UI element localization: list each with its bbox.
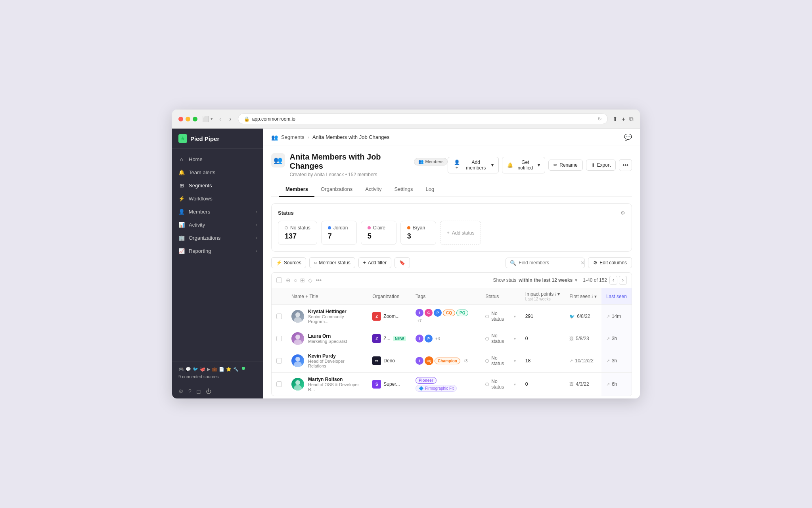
prev-page-button[interactable]: ‹ [609,276,617,285]
avatar[interactable] [291,332,304,345]
minus-circle-icon[interactable]: ⊖ [286,277,291,283]
status-card-claire[interactable]: Claire 5 [361,221,396,245]
settings-icon[interactable]: ⚙ [178,388,184,394]
add-members-button[interactable]: 👤+ Add members ▾ [448,157,498,173]
more-options-button[interactable]: ••• [619,159,632,171]
chat-icon[interactable]: 💬 [624,133,632,141]
back-button[interactable]: ‹ [218,115,223,123]
tab-settings[interactable]: Settings [388,182,419,197]
rename-button[interactable]: ✏ Rename [548,160,582,171]
name-column-header[interactable]: Name + Title [287,288,368,305]
help-icon[interactable]: ? [188,388,192,394]
minimize-button[interactable] [186,117,190,121]
get-notified-button[interactable]: 🔔 Get notified ▾ [502,157,546,173]
tab-activity[interactable]: Activity [359,182,388,197]
tab-members[interactable]: Members [279,182,314,197]
first-seen-column-header[interactable]: First seen ℹ ▾ [565,288,601,305]
add-filter-button[interactable]: + Add filter [358,257,391,268]
org-name[interactable]: Zoom... [383,314,400,319]
new-tab-icon[interactable]: + [622,115,625,122]
status-settings-icon[interactable]: ⚙ [620,210,625,216]
svg-point-0 [295,312,300,317]
org-name[interactable]: Super... [383,381,400,387]
add-status-button[interactable]: + Add status [440,221,481,245]
power-icon[interactable]: ⏻ [206,388,211,394]
status-dropdown-icon[interactable]: ▾ [514,382,516,387]
forward-button[interactable]: › [228,115,233,123]
org-name[interactable]: Z... [383,336,390,341]
status-dropdown-icon[interactable]: ▾ [514,359,516,363]
sidebar-logo[interactable]: Pied Piper [172,129,263,149]
member-name[interactable]: Laura Orn [308,333,347,339]
address-bar[interactable]: 🔒 app.commonroom.io ↻ [238,114,608,124]
segment-icon: 👥 [271,153,285,167]
status-column-header[interactable]: Status [481,288,521,305]
sidebar-item-segments[interactable]: ⊞ Segments [172,179,263,192]
member-status-filter[interactable]: ○ Member status [309,257,355,268]
tab-log[interactable]: Log [419,182,440,197]
tabs-icon[interactable]: ⧉ [629,115,634,123]
bookmark-filter[interactable]: 🔖 [395,257,410,268]
home-icon: ⌂ [178,156,185,162]
member-name[interactable]: Kevin Purdy [308,353,363,359]
circle-icon[interactable]: ○ [294,277,297,283]
row-checkbox[interactable] [276,336,282,341]
firmographic-label: Firmographic Fit [425,386,454,391]
tag-icon[interactable]: ◇ [308,277,312,283]
select-all-checkbox[interactable] [276,277,282,283]
clear-search-icon[interactable]: ✕ [580,260,585,266]
sidebar-item-workflows[interactable]: ⚡ Workflows [172,192,263,205]
more-icon[interactable]: ••• [316,277,322,283]
sidebar-item-activity[interactable]: 📊 Activity › [172,218,263,231]
member-name[interactable]: Martyn Rolfson [308,377,363,382]
impact-column-header[interactable]: Impact points ℹ ▾ Last 12 weeks [521,288,565,305]
sidebar-toggle[interactable]: ⬜▾ [202,116,213,122]
member-status-label: Member status [319,260,350,266]
status-card-no-status[interactable]: No status 137 [278,221,317,245]
sources-filter[interactable]: ⚡ Sources [271,257,306,268]
maximize-button[interactable] [193,117,197,121]
sidebar-item-reporting[interactable]: 📈 Reporting › [172,244,263,258]
grid-small-icon[interactable]: ⊞ [300,277,305,283]
breadcrumb-parent[interactable]: Segments [281,134,304,140]
display-icon[interactable]: ◻ [196,388,201,394]
avatar[interactable] [291,354,304,367]
status-dropdown-icon[interactable]: ▾ [514,314,516,319]
sidebar-item-label: Activity [189,222,205,228]
export-button[interactable]: ⬆ Export [586,160,616,171]
row-checkbox[interactable] [276,358,282,364]
edit-columns-button[interactable]: ⚙ Edit columns [588,257,632,268]
status-section: Status ⚙ No status 137 [271,203,632,252]
share-icon[interactable]: ⬆ [613,115,618,123]
row-checkbox[interactable] [276,314,282,319]
org-name[interactable]: Deno [383,358,395,364]
circle-icon: ○ [314,260,317,266]
sidebar-item-team-alerts[interactable]: 🔔 Team alerts [172,166,263,179]
status-card-jordan[interactable]: Jordan 7 [321,221,357,245]
url-display: app.commonroom.io [252,116,295,122]
stats-chevron[interactable]: ▾ [575,277,577,283]
activity-icon: ↗ [606,358,610,364]
search-input[interactable] [519,260,578,266]
status-dropdown-icon[interactable]: ▾ [514,337,516,341]
org-column-header[interactable]: Organization [368,288,411,305]
breadcrumb-separator: › [308,134,309,140]
tags-column-header[interactable]: Tags [411,288,481,305]
member-name[interactable]: Krystal Hettinger [308,309,363,314]
close-button[interactable] [178,117,183,121]
member-search[interactable]: 🔍 ✕ [506,258,585,268]
sidebar-item-home[interactable]: ⌂ Home [172,153,263,166]
row-checkbox[interactable] [276,381,282,387]
avatar[interactable] [291,378,304,391]
tags-cell: I P +3 [416,335,476,343]
sidebar-item-organizations[interactable]: 🏢 Organizations › [172,231,263,244]
next-page-button[interactable]: › [619,276,627,285]
sidebar-item-members[interactable]: 👤 Members › [172,205,263,218]
page-header: 👥 Anita Members with Job Changes 👥 Membe… [263,146,640,197]
last-seen-column-header[interactable]: Last seen [601,288,632,305]
image-icon: 🖼 [569,336,574,341]
avatar[interactable] [291,310,304,323]
member-info: Kevin Purdy Head of Developer Relations [308,353,363,368]
status-card-bryan[interactable]: Bryan 3 [400,221,436,245]
tab-organizations[interactable]: Organizations [314,182,359,197]
